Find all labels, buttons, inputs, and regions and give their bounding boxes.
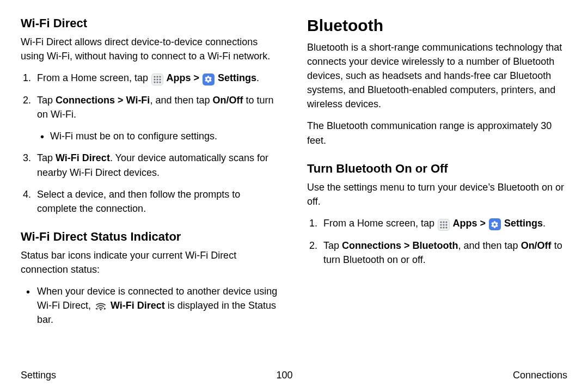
settings-label: Settings xyxy=(501,218,543,229)
apps-icon xyxy=(151,74,163,85)
svg-point-15 xyxy=(440,224,442,225)
gt: > xyxy=(477,218,488,229)
apps-icon xyxy=(438,219,450,231)
heading-bt-onoff: Turn Bluetooth On or Off xyxy=(307,162,567,176)
period: . xyxy=(543,218,546,229)
bold: Connections > Wi‑Fi xyxy=(56,95,150,106)
svg-marker-11 xyxy=(104,308,106,310)
svg-point-16 xyxy=(443,224,444,225)
apps-label: Apps xyxy=(450,218,477,229)
wifi-direct-description: Wi‑Fi Direct allows direct device-to-dev… xyxy=(21,35,281,63)
svg-point-4 xyxy=(156,79,158,81)
gt: > xyxy=(191,72,202,83)
status-description: Status bar icons indicate your current W… xyxy=(21,248,281,277)
text: Tap xyxy=(323,240,342,251)
heading-status-indicator: Wi‑Fi Direct Status Indicator xyxy=(21,230,281,244)
bluetooth-range: The Bluetooth communication range is app… xyxy=(307,119,567,147)
svg-point-12 xyxy=(440,221,442,223)
svg-point-0 xyxy=(154,76,155,78)
footer-right: Connections xyxy=(513,370,567,381)
bold: Wi‑Fi Direct xyxy=(56,152,110,163)
text: Tap xyxy=(37,152,56,163)
heading-wifi-direct: Wi‑Fi Direct xyxy=(21,16,281,30)
svg-point-3 xyxy=(154,79,155,81)
right-column: Bluetooth Bluetooth is a short-range com… xyxy=(307,16,567,354)
footer-page-number: 100 xyxy=(276,370,292,381)
settings-label: Settings xyxy=(215,72,256,83)
bold: On/Off xyxy=(212,95,243,106)
text: From a Home screen, tap xyxy=(323,218,437,229)
wifi-direct-steps: From a Home screen, tap Apps > Settings.… xyxy=(21,71,281,216)
period: . xyxy=(256,72,259,83)
bold: Connections > Bluetooth xyxy=(342,240,458,251)
step-2: Tap Connections > Bluetooth, and then ta… xyxy=(307,238,567,267)
svg-point-6 xyxy=(154,82,155,83)
svg-point-18 xyxy=(440,226,442,228)
substeps: Wi‑Fi must be on to configure settings. xyxy=(37,129,281,143)
step-2: Tap Connections > Wi‑Fi, and then tap On… xyxy=(21,93,281,143)
svg-point-5 xyxy=(159,79,161,81)
settings-icon xyxy=(489,218,501,230)
settings-icon xyxy=(203,74,215,85)
text: , and then tap xyxy=(458,240,521,251)
text: Tap xyxy=(37,95,56,106)
step-3: Tap Wi‑Fi Direct. Your device automatica… xyxy=(21,151,281,179)
step-4: Select a device, and then follow the pro… xyxy=(21,187,281,216)
svg-point-19 xyxy=(443,226,444,228)
apps-label: Apps xyxy=(164,72,191,83)
bt-steps: From a Home screen, tap Apps > Settings.… xyxy=(307,216,567,267)
substep: Wi‑Fi must be on to configure settings. xyxy=(37,129,281,143)
text: From a Home screen, tap xyxy=(37,72,151,83)
page-footer: Settings 100 Connections xyxy=(21,370,567,381)
svg-point-8 xyxy=(159,82,161,83)
left-column: Wi‑Fi Direct Wi‑Fi Direct allows direct … xyxy=(21,16,281,354)
svg-point-20 xyxy=(445,226,447,228)
bt-onoff-description: Use the settings menu to turn your devic… xyxy=(307,180,567,209)
content-columns: Wi‑Fi Direct Wi‑Fi Direct allows direct … xyxy=(21,16,567,354)
heading-bluetooth: Bluetooth xyxy=(307,16,567,35)
svg-point-9 xyxy=(100,309,101,310)
svg-point-17 xyxy=(445,224,447,225)
svg-point-2 xyxy=(159,76,161,78)
step-1: From a Home screen, tap Apps > Settings. xyxy=(307,216,567,231)
bold: Wi‑Fi Direct xyxy=(108,300,165,311)
bluetooth-description: Bluetooth is a short-range communication… xyxy=(307,40,567,111)
svg-point-7 xyxy=(156,82,158,83)
svg-point-14 xyxy=(445,221,447,223)
text: , and then tap xyxy=(150,95,212,106)
svg-point-1 xyxy=(156,76,158,78)
bold: On/Off xyxy=(521,240,552,251)
svg-point-13 xyxy=(443,221,444,223)
footer-left: Settings xyxy=(21,370,56,381)
wifi-direct-icon xyxy=(94,300,107,311)
status-list: When your device is connected to another… xyxy=(21,284,281,327)
status-item: When your device is connected to another… xyxy=(21,284,281,327)
step-1: From a Home screen, tap Apps > Settings. xyxy=(21,71,281,85)
svg-marker-10 xyxy=(95,308,97,310)
